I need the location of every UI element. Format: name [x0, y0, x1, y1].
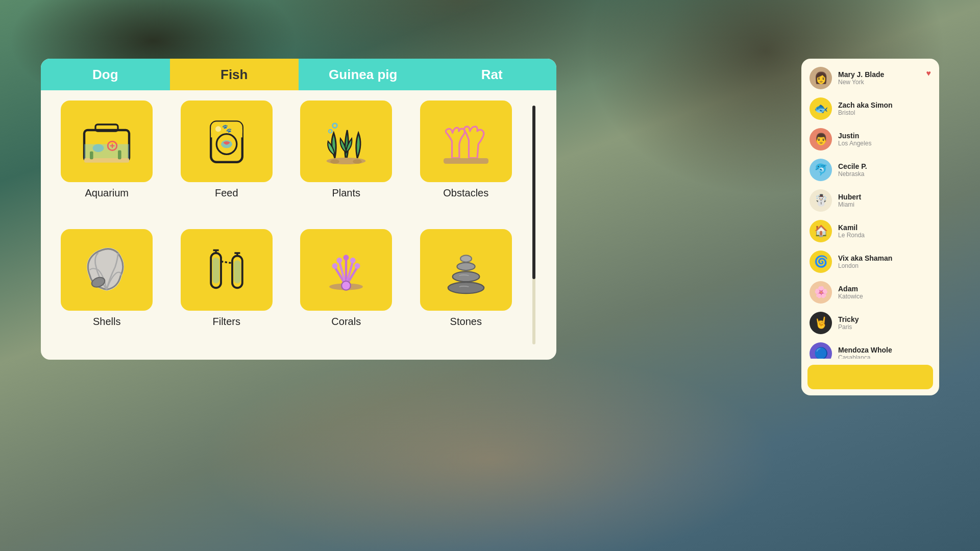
- svg-point-43: [355, 263, 360, 269]
- contact-name-justin: Justin: [838, 132, 931, 140]
- contact-vix[interactable]: 🌀 Vix aka Shaman London: [801, 246, 939, 277]
- grid-item-aquarium[interactable]: Aquarium: [51, 101, 163, 221]
- contact-hubert[interactable]: ☃️ Hubert Miami: [801, 185, 939, 216]
- stones-label: Stones: [450, 316, 482, 328]
- contact-tricky[interactable]: 🤘 Tricky Paris: [801, 308, 939, 338]
- grid-item-plants[interactable]: Plants: [290, 101, 402, 221]
- contact-info-mendoza: Mendoza Whole Casablanca: [838, 346, 931, 359]
- svg-point-39: [332, 263, 338, 269]
- contact-city-adam: Katowice: [838, 293, 931, 300]
- svg-point-44: [341, 281, 351, 290]
- contact-info-zach: Zach aka Simon Bristol: [838, 101, 931, 116]
- contacts-panel: 👩 Mary J. Blade New York ♥ 🐟 Zach aka Si…: [801, 59, 939, 395]
- tab-bar: Dog Fish Guinea pig Rat: [41, 59, 556, 90]
- contact-city-cecile: Nebraska: [838, 170, 931, 178]
- heart-icon-mary: ♥: [926, 69, 932, 78]
- plants-icon: [318, 113, 374, 169]
- main-panel: Dog Fish Guinea pig Rat: [41, 59, 556, 360]
- aquarium-icon-box: [61, 101, 153, 182]
- scrollbar[interactable]: [527, 101, 541, 349]
- tab-fish[interactable]: Fish: [170, 59, 299, 90]
- contact-city-hubert: Miami: [838, 201, 931, 208]
- contact-adam[interactable]: 🌸 Adam Katowice: [801, 277, 939, 308]
- svg-point-20: [330, 159, 339, 164]
- svg-point-21: [353, 159, 362, 164]
- contact-info-mary: Mary J. Blade New York: [838, 70, 931, 86]
- filters-icon: [199, 242, 255, 298]
- plants-label: Plants: [332, 187, 360, 199]
- contact-name-adam: Adam: [838, 285, 931, 293]
- svg-point-47: [457, 263, 475, 270]
- contact-name-hubert: Hubert: [838, 193, 931, 201]
- obstacles-icon: [438, 113, 494, 169]
- shells-icon-box: [61, 229, 153, 311]
- contact-mary[interactable]: 👩 Mary J. Blade New York ♥: [801, 63, 939, 93]
- contact-city-mary: New York: [838, 79, 931, 86]
- grid-item-obstacles[interactable]: Obstacles: [410, 101, 522, 221]
- aquarium-label: Aquarium: [85, 187, 129, 199]
- avatar-zach: 🐟: [810, 97, 832, 120]
- contact-city-zach: Bristol: [838, 109, 931, 116]
- shells-icon: [79, 242, 135, 298]
- contact-zach[interactable]: 🐟 Zach aka Simon Bristol: [801, 93, 939, 124]
- contact-city-kamil: Le Ronda: [838, 232, 931, 239]
- aquarium-icon: [79, 113, 135, 169]
- svg-point-15: [215, 126, 221, 132]
- contact-name-cecile: Cecile P.: [838, 162, 931, 170]
- avatar-cecile: 🐬: [810, 159, 832, 181]
- grid-content: Aquarium 🐾 Feed: [41, 90, 556, 360]
- contact-name-mendoza: Mendoza Whole: [838, 346, 931, 354]
- svg-rect-29: [234, 260, 240, 283]
- contact-mendoza[interactable]: 🔵 Mendoza Whole Casablanca: [801, 338, 939, 359]
- grid-item-filters[interactable]: Filters: [171, 229, 283, 349]
- obstacles-label: Obstacles: [443, 187, 488, 199]
- feed-icon-box: 🐾: [181, 101, 273, 182]
- svg-point-45: [448, 282, 484, 293]
- svg-rect-8: [90, 152, 93, 159]
- tab-dog[interactable]: Dog: [41, 59, 170, 90]
- contact-list: 👩 Mary J. Blade New York ♥ 🐟 Zach aka Si…: [801, 59, 939, 359]
- scrollbar-thumb[interactable]: [532, 106, 535, 279]
- svg-rect-25: [212, 258, 219, 284]
- avatar-mendoza: 🔵: [810, 342, 832, 359]
- contact-name-mary: Mary J. Blade: [838, 70, 931, 79]
- contact-info-cecile: Cecile P. Nebraska: [838, 162, 931, 178]
- svg-point-17: [333, 123, 337, 128]
- svg-point-40: [337, 258, 342, 263]
- contact-name-tricky: Tricky: [838, 315, 931, 323]
- contact-city-tricky: Paris: [838, 323, 931, 331]
- obstacles-icon-box: [420, 101, 512, 182]
- tab-guinea-pig[interactable]: Guinea pig: [299, 59, 428, 90]
- svg-point-4: [93, 144, 104, 152]
- grid-item-corals[interactable]: Corals: [290, 229, 402, 349]
- contact-city-vix: London: [838, 262, 931, 269]
- contact-info-kamil: Kamil Le Ronda: [838, 223, 931, 239]
- grid-item-feed[interactable]: 🐾 Feed: [171, 101, 283, 221]
- svg-point-18: [329, 130, 332, 133]
- bottom-action-button[interactable]: [807, 365, 933, 389]
- grid-item-shells[interactable]: Shells: [51, 229, 163, 349]
- category-grid: Aquarium 🐾 Feed: [51, 101, 522, 349]
- contact-name-zach: Zach aka Simon: [838, 101, 931, 109]
- feed-label: Feed: [215, 187, 238, 199]
- plants-icon-box: [300, 101, 392, 182]
- tab-rat[interactable]: Rat: [428, 59, 557, 90]
- svg-line-32: [221, 262, 232, 263]
- corals-icon-box: [300, 229, 392, 311]
- grid-item-stones[interactable]: Stones: [410, 229, 522, 349]
- contact-cecile[interactable]: 🐬 Cecile P. Nebraska: [801, 155, 939, 185]
- avatar-justin: 👨: [810, 128, 832, 151]
- contact-info-tricky: Tricky Paris: [838, 315, 931, 331]
- contact-justin[interactable]: 👨 Justin Los Angeles: [801, 124, 939, 155]
- avatar-tricky: 🤘: [810, 312, 832, 334]
- contact-city-mendoza: Casablanca: [838, 354, 931, 359]
- svg-point-42: [350, 258, 356, 263]
- contact-city-justin: Los Angeles: [838, 140, 931, 147]
- avatar-adam: 🌸: [810, 281, 832, 304]
- svg-point-41: [344, 255, 349, 260]
- contact-info-hubert: Hubert Miami: [838, 193, 931, 208]
- avatar-vix: 🌀: [810, 251, 832, 273]
- contact-kamil[interactable]: 🏠 Kamil Le Ronda: [801, 216, 939, 246]
- svg-point-48: [460, 255, 472, 262]
- stones-icon: [438, 242, 494, 298]
